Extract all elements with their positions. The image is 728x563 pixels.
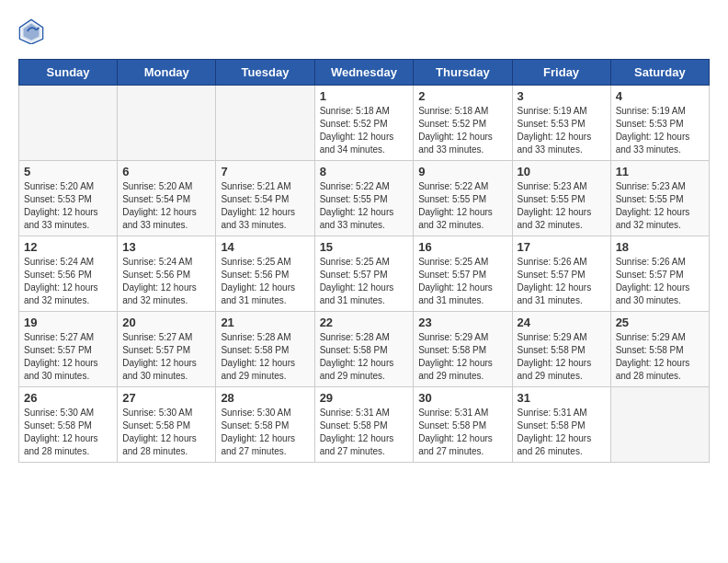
day-number: 29 bbox=[320, 391, 409, 405]
day-info: Sunrise: 5:21 AM Sunset: 5:54 PM Dayligh… bbox=[221, 180, 309, 232]
calendar-cell: 18Sunrise: 5:26 AM Sunset: 5:57 PM Dayli… bbox=[610, 236, 709, 312]
day-number: 22 bbox=[320, 316, 409, 329]
calendar-cell: 27Sunrise: 5:30 AM Sunset: 5:58 PM Dayli… bbox=[118, 387, 216, 463]
day-info: Sunrise: 5:20 AM Sunset: 5:54 PM Dayligh… bbox=[122, 180, 210, 232]
logo-icon bbox=[18, 18, 44, 44]
calendar-cell: 14Sunrise: 5:25 AM Sunset: 5:56 PM Dayli… bbox=[216, 236, 314, 312]
calendar-cell: 22Sunrise: 5:28 AM Sunset: 5:58 PM Dayli… bbox=[314, 312, 414, 387]
calendar-cell: 9Sunrise: 5:22 AM Sunset: 5:55 PM Daylig… bbox=[414, 161, 512, 236]
day-number: 4 bbox=[616, 89, 704, 103]
day-info: Sunrise: 5:26 AM Sunset: 5:57 PM Dayligh… bbox=[518, 256, 606, 307]
day-info: Sunrise: 5:23 AM Sunset: 5:55 PM Dayligh… bbox=[518, 180, 606, 232]
calendar-cell bbox=[610, 387, 709, 463]
calendar-cell: 3Sunrise: 5:19 AM Sunset: 5:53 PM Daylig… bbox=[512, 86, 610, 161]
day-info: Sunrise: 5:31 AM Sunset: 5:58 PM Dayligh… bbox=[320, 407, 409, 458]
day-number: 30 bbox=[418, 391, 506, 405]
day-number: 31 bbox=[518, 391, 606, 405]
day-number: 16 bbox=[418, 240, 506, 254]
calendar-cell: 5Sunrise: 5:20 AM Sunset: 5:53 PM Daylig… bbox=[19, 161, 118, 236]
calendar-table: SundayMondayTuesdayWednesdayThursdayFrid… bbox=[18, 59, 710, 463]
day-info: Sunrise: 5:30 AM Sunset: 5:58 PM Dayligh… bbox=[24, 407, 112, 458]
day-number: 20 bbox=[122, 316, 210, 329]
day-number: 10 bbox=[518, 165, 606, 178]
calendar-cell: 4Sunrise: 5:19 AM Sunset: 5:53 PM Daylig… bbox=[610, 86, 709, 161]
calendar-cell: 25Sunrise: 5:29 AM Sunset: 5:58 PM Dayli… bbox=[610, 312, 709, 387]
calendar-cell: 17Sunrise: 5:26 AM Sunset: 5:57 PM Dayli… bbox=[512, 236, 610, 312]
day-number: 21 bbox=[221, 316, 309, 329]
calendar-cell: 21Sunrise: 5:28 AM Sunset: 5:58 PM Dayli… bbox=[216, 312, 314, 387]
calendar-cell: 8Sunrise: 5:22 AM Sunset: 5:55 PM Daylig… bbox=[314, 161, 414, 236]
day-info: Sunrise: 5:22 AM Sunset: 5:55 PM Dayligh… bbox=[320, 180, 409, 232]
page-header bbox=[18, 18, 710, 44]
day-number: 25 bbox=[616, 316, 704, 329]
day-info: Sunrise: 5:29 AM Sunset: 5:58 PM Dayligh… bbox=[616, 331, 704, 383]
weekday-header: Monday bbox=[118, 60, 216, 86]
calendar-cell: 30Sunrise: 5:31 AM Sunset: 5:58 PM Dayli… bbox=[414, 387, 512, 463]
day-info: Sunrise: 5:25 AM Sunset: 5:57 PM Dayligh… bbox=[418, 256, 506, 307]
day-number: 28 bbox=[221, 391, 309, 405]
day-info: Sunrise: 5:19 AM Sunset: 5:53 PM Dayligh… bbox=[616, 105, 704, 156]
day-number: 9 bbox=[418, 165, 506, 178]
calendar-week-row: 5Sunrise: 5:20 AM Sunset: 5:53 PM Daylig… bbox=[19, 161, 710, 236]
day-number: 2 bbox=[418, 89, 506, 103]
day-number: 15 bbox=[320, 240, 409, 254]
calendar-header-row: SundayMondayTuesdayWednesdayThursdayFrid… bbox=[19, 60, 710, 86]
day-number: 18 bbox=[616, 240, 704, 254]
day-number: 7 bbox=[221, 165, 309, 178]
calendar-week-row: 12Sunrise: 5:24 AM Sunset: 5:56 PM Dayli… bbox=[19, 236, 710, 312]
day-number: 6 bbox=[122, 165, 210, 178]
day-info: Sunrise: 5:31 AM Sunset: 5:58 PM Dayligh… bbox=[518, 407, 606, 458]
weekday-header: Tuesday bbox=[216, 60, 314, 86]
day-info: Sunrise: 5:24 AM Sunset: 5:56 PM Dayligh… bbox=[24, 256, 112, 307]
weekday-header: Wednesday bbox=[314, 60, 414, 86]
calendar-cell: 23Sunrise: 5:29 AM Sunset: 5:58 PM Dayli… bbox=[414, 312, 512, 387]
calendar-cell: 13Sunrise: 5:24 AM Sunset: 5:56 PM Dayli… bbox=[118, 236, 216, 312]
calendar-cell: 11Sunrise: 5:23 AM Sunset: 5:55 PM Dayli… bbox=[610, 161, 709, 236]
day-info: Sunrise: 5:25 AM Sunset: 5:56 PM Dayligh… bbox=[221, 256, 309, 307]
calendar-cell: 7Sunrise: 5:21 AM Sunset: 5:54 PM Daylig… bbox=[216, 161, 314, 236]
day-number: 19 bbox=[24, 316, 112, 329]
day-number: 3 bbox=[518, 89, 606, 103]
calendar-cell: 12Sunrise: 5:24 AM Sunset: 5:56 PM Dayli… bbox=[19, 236, 118, 312]
day-info: Sunrise: 5:18 AM Sunset: 5:52 PM Dayligh… bbox=[418, 105, 506, 156]
calendar-cell bbox=[19, 86, 118, 161]
weekday-header: Saturday bbox=[610, 60, 709, 86]
weekday-header: Thursday bbox=[414, 60, 512, 86]
day-number: 17 bbox=[518, 240, 606, 254]
day-number: 23 bbox=[418, 316, 506, 329]
day-info: Sunrise: 5:25 AM Sunset: 5:57 PM Dayligh… bbox=[320, 256, 409, 307]
day-number: 12 bbox=[24, 240, 112, 254]
calendar-cell: 15Sunrise: 5:25 AM Sunset: 5:57 PM Dayli… bbox=[314, 236, 414, 312]
calendar-cell: 20Sunrise: 5:27 AM Sunset: 5:57 PM Dayli… bbox=[118, 312, 216, 387]
day-number: 8 bbox=[320, 165, 409, 178]
day-number: 11 bbox=[616, 165, 704, 178]
day-info: Sunrise: 5:30 AM Sunset: 5:58 PM Dayligh… bbox=[122, 407, 210, 458]
day-number: 5 bbox=[24, 165, 112, 178]
day-number: 27 bbox=[122, 391, 210, 405]
calendar-cell: 16Sunrise: 5:25 AM Sunset: 5:57 PM Dayli… bbox=[414, 236, 512, 312]
day-number: 13 bbox=[122, 240, 210, 254]
weekday-header: Sunday bbox=[19, 60, 118, 86]
day-info: Sunrise: 5:19 AM Sunset: 5:53 PM Dayligh… bbox=[518, 105, 606, 156]
calendar-cell: 31Sunrise: 5:31 AM Sunset: 5:58 PM Dayli… bbox=[512, 387, 610, 463]
calendar-cell: 28Sunrise: 5:30 AM Sunset: 5:58 PM Dayli… bbox=[216, 387, 314, 463]
calendar-cell: 24Sunrise: 5:29 AM Sunset: 5:58 PM Dayli… bbox=[512, 312, 610, 387]
day-info: Sunrise: 5:26 AM Sunset: 5:57 PM Dayligh… bbox=[616, 256, 704, 307]
calendar-cell: 26Sunrise: 5:30 AM Sunset: 5:58 PM Dayli… bbox=[19, 387, 118, 463]
calendar-week-row: 26Sunrise: 5:30 AM Sunset: 5:58 PM Dayli… bbox=[19, 387, 710, 463]
day-info: Sunrise: 5:27 AM Sunset: 5:57 PM Dayligh… bbox=[24, 331, 112, 383]
day-info: Sunrise: 5:24 AM Sunset: 5:56 PM Dayligh… bbox=[122, 256, 210, 307]
calendar-cell: 19Sunrise: 5:27 AM Sunset: 5:57 PM Dayli… bbox=[19, 312, 118, 387]
day-info: Sunrise: 5:28 AM Sunset: 5:58 PM Dayligh… bbox=[320, 331, 409, 383]
day-info: Sunrise: 5:20 AM Sunset: 5:53 PM Dayligh… bbox=[24, 180, 112, 232]
weekday-header: Friday bbox=[512, 60, 610, 86]
day-info: Sunrise: 5:18 AM Sunset: 5:52 PM Dayligh… bbox=[320, 105, 409, 156]
day-info: Sunrise: 5:30 AM Sunset: 5:58 PM Dayligh… bbox=[221, 407, 309, 458]
day-number: 26 bbox=[24, 391, 112, 405]
calendar-week-row: 1Sunrise: 5:18 AM Sunset: 5:52 PM Daylig… bbox=[19, 86, 710, 161]
calendar-cell: 6Sunrise: 5:20 AM Sunset: 5:54 PM Daylig… bbox=[118, 161, 216, 236]
calendar-cell: 2Sunrise: 5:18 AM Sunset: 5:52 PM Daylig… bbox=[414, 86, 512, 161]
calendar-cell: 10Sunrise: 5:23 AM Sunset: 5:55 PM Dayli… bbox=[512, 161, 610, 236]
day-info: Sunrise: 5:23 AM Sunset: 5:55 PM Dayligh… bbox=[616, 180, 704, 232]
calendar-cell: 1Sunrise: 5:18 AM Sunset: 5:52 PM Daylig… bbox=[314, 86, 414, 161]
